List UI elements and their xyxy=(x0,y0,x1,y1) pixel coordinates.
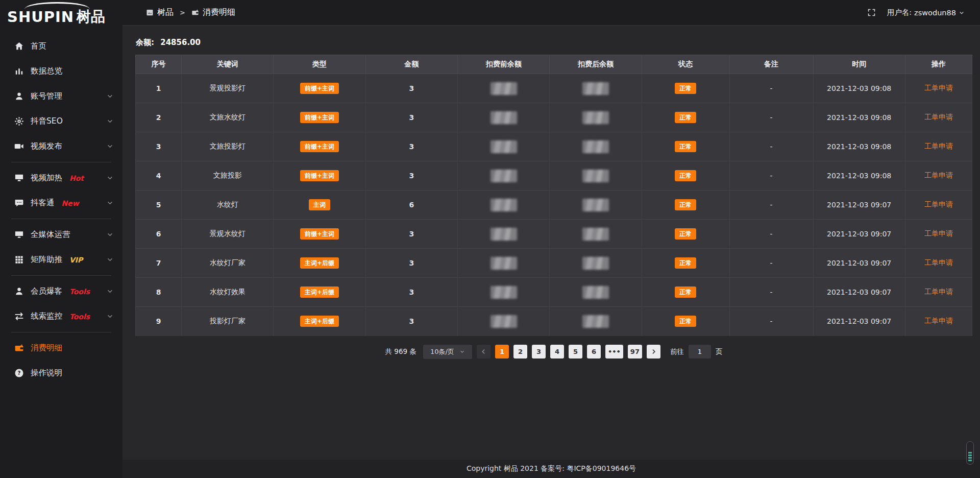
breadcrumb-item-shupin[interactable]: 树品 xyxy=(146,7,174,18)
app-layout: SHUPIN 树品 首页数据总览账号管理抖音SEO视频发布视频加热Hot抖客通N… xyxy=(0,0,980,478)
sidebar-item-label: 账号管理 xyxy=(31,91,62,102)
balance: 余额: 24856.00 xyxy=(136,38,972,47)
page-button-97[interactable]: 97 xyxy=(628,345,642,358)
action-link[interactable]: 工单申请 xyxy=(924,229,953,237)
cell-balance-after xyxy=(550,74,642,103)
page-button-4[interactable]: 4 xyxy=(550,345,564,358)
sidebar-item-instructions[interactable]: ?操作说明 xyxy=(0,361,122,386)
floating-widget[interactable] xyxy=(966,441,974,465)
sliders-icon xyxy=(14,312,24,321)
cell-time: 2021-12-03 09:07 xyxy=(813,220,905,249)
cell-action: 工单申请 xyxy=(905,74,972,103)
action-link[interactable]: 工单申请 xyxy=(924,258,953,267)
page-button-6[interactable]: 6 xyxy=(587,345,601,358)
sidebar-item-matrix-boost[interactable]: 矩阵助推VIP xyxy=(0,247,122,272)
cell-balance-after xyxy=(550,278,642,307)
sidebar-item-consume-detail[interactable]: 消费明细 xyxy=(0,336,122,361)
chat-icon xyxy=(14,198,24,208)
balance-value: 24856.00 xyxy=(160,38,201,47)
page-button-3[interactable]: 3 xyxy=(532,345,546,358)
sidebar-item-account-management[interactable]: 账号管理 xyxy=(0,84,122,109)
cell-index: 4 xyxy=(136,161,182,190)
prev-page-button[interactable] xyxy=(477,345,491,358)
cell-keyword: 景观投影灯 xyxy=(182,74,274,103)
masked-balance-before xyxy=(491,199,517,211)
app-logo: SHUPIN 树品 xyxy=(0,0,122,30)
page-button-1[interactable]: 1 xyxy=(495,345,509,358)
video-icon xyxy=(14,141,24,151)
cell-status: 正常 xyxy=(642,190,729,220)
cell-amount: 3 xyxy=(365,74,457,103)
fullscreen-icon[interactable] xyxy=(867,8,876,17)
sidebar-item-media-operation[interactable]: 全媒体运营 xyxy=(0,222,122,247)
sidebar-item-home[interactable]: 首页 xyxy=(0,34,122,59)
cell-action: 工单申请 xyxy=(905,278,972,307)
table-body: 1景观投影灯前缀+主词3正常-2021-12-03 09:08工单申请2文旅水纹… xyxy=(136,74,972,336)
cell-index: 8 xyxy=(136,278,182,307)
action-link[interactable]: 工单申请 xyxy=(924,84,953,92)
cell-type: 主词+后缀 xyxy=(274,278,365,307)
sidebar-item-label: 线索监控 xyxy=(31,311,62,322)
breadcrumb-separator: > xyxy=(180,9,185,16)
sidebar-item-douyin-seo[interactable]: 抖音SEO xyxy=(0,109,122,134)
column-header: 时间 xyxy=(813,55,905,74)
logo-arc-decoration xyxy=(24,2,90,9)
table-header-row: 序号关键词类型金额扣费前余额扣费后余额状态备注时间操作 xyxy=(136,55,972,74)
status-badge: 正常 xyxy=(675,170,696,181)
page-size-select[interactable]: 10条/页 xyxy=(423,345,472,359)
balance-label: 余额: xyxy=(136,38,154,47)
cell-amount: 3 xyxy=(365,161,457,190)
page-button-2[interactable]: 2 xyxy=(513,345,527,358)
sidebar-item-label: 数据总览 xyxy=(31,66,62,77)
action-link[interactable]: 工单申请 xyxy=(924,113,953,121)
goto-page-input[interactable] xyxy=(689,345,711,358)
pagination-total: 共 969 条 xyxy=(385,347,416,356)
cell-status: 正常 xyxy=(642,74,729,103)
status-badge: 正常 xyxy=(675,112,696,123)
cell-status: 正常 xyxy=(642,249,729,278)
action-link[interactable]: 工单申请 xyxy=(924,288,953,296)
cell-balance-after xyxy=(550,161,642,190)
breadcrumb-item-consume-detail[interactable]: 消费明细 xyxy=(191,7,235,18)
sidebar-item-clue-monitor[interactable]: 线索监控Tools xyxy=(0,304,122,329)
cell-keyword: 水纹灯厂家 xyxy=(182,249,274,278)
action-link[interactable]: 工单申请 xyxy=(924,200,953,208)
page-button-5[interactable]: 5 xyxy=(569,345,582,358)
column-header: 备注 xyxy=(729,55,813,74)
user-dropdown[interactable]: 用户名: zswodun88 xyxy=(887,8,965,17)
breadcrumb-label: 树品 xyxy=(157,7,174,18)
cell-status: 正常 xyxy=(642,132,729,161)
action-link[interactable]: 工单申请 xyxy=(924,317,953,325)
masked-balance-after xyxy=(582,82,609,95)
masked-balance-before xyxy=(491,82,517,95)
sidebar-item-label: 矩阵助推 xyxy=(31,254,62,265)
cell-amount: 6 xyxy=(365,190,457,220)
masked-balance-after xyxy=(582,111,609,124)
sidebar-item-label: 抖客通 xyxy=(31,198,55,208)
next-page-button[interactable] xyxy=(647,345,660,358)
type-badge: 前缀+主词 xyxy=(300,228,339,240)
sidebar-divider xyxy=(11,219,111,219)
sidebar-item-data-overview[interactable]: 数据总览 xyxy=(0,59,122,84)
cell-balance-before xyxy=(457,249,549,278)
more-pages-button[interactable]: ••• xyxy=(605,345,623,358)
cell-keyword: 文旅投影 xyxy=(182,161,274,190)
cell-keyword: 投影灯厂家 xyxy=(182,307,274,336)
username: zswodun88 xyxy=(914,9,956,17)
column-header: 金额 xyxy=(365,55,457,74)
action-link[interactable]: 工单申请 xyxy=(924,142,953,150)
sidebar-item-douketong[interactable]: 抖客通New xyxy=(0,190,122,216)
cell-time: 2021-12-03 09:07 xyxy=(813,190,905,220)
cell-balance-before xyxy=(457,103,549,132)
sidebar-item-member-baoke[interactable]: 会员爆客Tools xyxy=(0,279,122,304)
sidebar-item-video-publish[interactable]: 视频发布 xyxy=(0,134,122,159)
sidebar-item-video-heat[interactable]: 视频加热Hot xyxy=(0,165,122,190)
chevron-down-icon xyxy=(107,143,113,150)
cell-balance-after xyxy=(550,132,642,161)
cell-action: 工单申请 xyxy=(905,249,972,278)
cell-balance-before xyxy=(457,278,549,307)
cell-index: 2 xyxy=(136,103,182,132)
cell-keyword: 水纹灯效果 xyxy=(182,278,274,307)
chevron-down-icon xyxy=(459,349,465,354)
action-link[interactable]: 工单申请 xyxy=(924,171,953,179)
